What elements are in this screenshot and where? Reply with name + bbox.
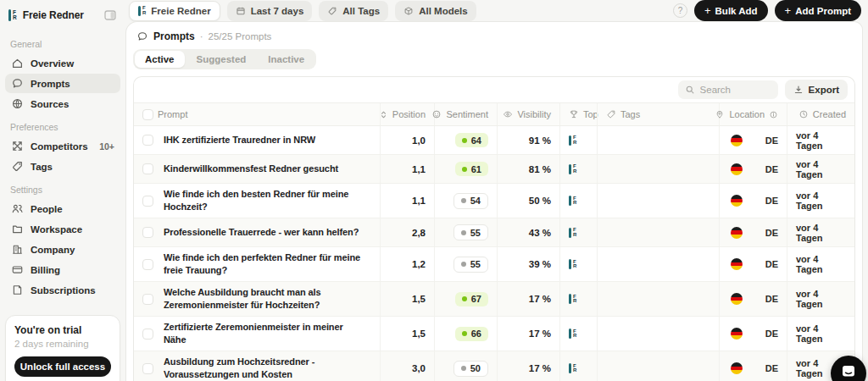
people-icon [11,202,24,215]
sidebar-item-sources[interactable]: Sources [5,94,120,113]
row-checkbox[interactable] [142,163,153,174]
unlock-full-access-button[interactable]: Unlock full access [14,356,111,377]
sidebar-header: F R Freie Redner [0,7,125,30]
sidebar-item-label: Workspace [31,224,82,235]
top-brand-logo: FR [569,135,576,146]
logo-letter-bottom: R [13,15,17,20]
location-code: DE [765,228,778,238]
page-title: Prompts [153,30,195,42]
row-checkbox[interactable] [142,227,153,238]
tags-filter[interactable]: All Tags [319,1,388,21]
sidebar-item-subscriptions[interactable]: Subscriptions [5,280,120,300]
chat-bubble-icon [11,77,24,90]
visibility-cell: 39 % [497,247,559,281]
position-value: 2,8 [412,228,426,238]
table-row[interactable]: Zertifizierte Zeremonienmeister in meine… [134,317,854,351]
created-value: vor 4 Tagen [796,159,846,179]
row-checkbox[interactable] [142,196,153,207]
sidebar-item-billing[interactable]: Billing [5,260,120,279]
sidebar-item-label: Sources [31,99,69,109]
tab-active[interactable]: Active [135,51,185,68]
search-input[interactable] [700,85,768,95]
select-all-checkbox[interactable] [142,109,153,120]
workspace-chip-logo: FR [138,6,146,16]
date-range-filter[interactable]: Last 7 days [227,1,313,21]
sentiment-cell: 67 [434,282,497,316]
globe-icon [11,97,24,110]
row-checkbox[interactable] [142,259,153,270]
table-toolbar: Export [134,77,854,102]
prompt-cell: Professionelle Trauerrede - wer kann hel… [134,218,380,246]
table-row[interactable]: Ausbildung zum Hochzeitsredner - Vorauss… [134,351,854,381]
sidebar-item-prompts[interactable]: Prompts [5,74,120,93]
sentiment-dot-icon [462,167,467,172]
sentiment-value: 61 [471,164,481,174]
table-row[interactable]: IHK zertifizierte Trauredner in NRW 1,0 … [134,126,854,155]
add-prompt-button[interactable]: + Add Prompt [775,0,861,21]
workspace-logo: F R [8,9,17,21]
tab-inactive[interactable]: Inactive [258,51,314,68]
sidebar-item-competitors[interactable]: Competitors 10+ [5,136,120,156]
table-row[interactable]: Welche Ausbildung braucht man als Zeremo… [134,282,854,317]
help-icon[interactable]: ? [673,3,687,18]
row-checkbox[interactable] [142,294,153,305]
created-value: vor 4 Tagen [796,323,846,344]
sidebar: F R Freie Redner General Overview Prompt… [0,0,125,381]
tab-suggested[interactable]: Suggested [186,51,257,68]
location-cell: DE [719,247,787,281]
position-value: 1,5 [412,294,426,304]
row-checkbox[interactable] [142,363,153,374]
table-row[interactable]: Professionelle Trauerrede - wer kann hel… [134,218,854,247]
top-brand-logo: FR [569,164,576,174]
sidebar-item-people[interactable]: People [5,199,120,218]
tag-icon [606,109,616,119]
sidebar-item-overview[interactable]: Overview [5,53,120,73]
sentiment-dot-icon [461,366,466,371]
sidebar-item-label: Subscriptions [31,285,96,295]
receipt-icon [11,284,24,296]
created-value: vor 4 Tagen [796,130,846,151]
eye-icon [503,109,513,119]
export-button[interactable]: Export [785,80,848,100]
trial-subtitle: 2 days remaining [14,339,111,349]
sentiment-badge: 66 [455,327,488,341]
created-cell: vor 4 Tagen [787,126,854,154]
calendar-icon [236,6,246,16]
tags-cell [597,282,719,316]
bulk-add-button[interactable]: + Bulk Add [694,0,768,21]
sentiment-value: 54 [470,196,481,206]
germany-flag-icon [731,135,743,146]
smiley-icon [431,109,442,119]
top-cell: FR [559,218,597,246]
location-cell: DE [719,184,787,218]
column-header-tags: Tags [597,103,719,125]
sentiment-badge: 50 [453,361,488,377]
location-cell: DE [719,282,787,316]
prompt-count: 25/25 Prompts [209,31,272,41]
table-row[interactable]: Kinderwillkommensfest Redner gesucht 1,1… [134,155,854,184]
position-cell: 1,0 [380,126,434,154]
top-cell: FR [559,155,597,183]
prompts-table: Export Prompt Position Sentiment [133,76,855,381]
sidebar-collapse-icon[interactable] [103,8,117,22]
sidebar-item-label: Company [31,245,75,255]
row-checkbox[interactable] [142,135,153,146]
row-checkbox[interactable] [142,329,153,340]
position-cell: 1,1 [380,155,434,183]
models-filter[interactable]: All Models [395,1,476,21]
sidebar-item-label: Overview [31,58,74,69]
sidebar-item-company[interactable]: Company [5,240,120,259]
location-cell: DE [719,317,787,351]
sidebar-item-tags[interactable]: Tags [5,157,120,176]
top-brand-logo: FR [569,329,576,339]
table-row[interactable]: Wie finde ich den perfekten Redner für m… [134,247,854,282]
info-icon[interactable] [769,110,778,119]
sentiment-cell: 50 [434,351,497,381]
tags-cell [597,218,719,246]
column-header-position[interactable]: Position [380,103,434,125]
position-value: 1,0 [412,135,426,146]
sidebar-item-workspace[interactable]: Workspace [5,219,120,239]
workspace-chip[interactable]: FR Freie Redner [129,1,220,21]
table-row[interactable]: Wie finde ich den besten Redner für mein… [134,184,854,218]
sentiment-value: 50 [470,363,481,373]
